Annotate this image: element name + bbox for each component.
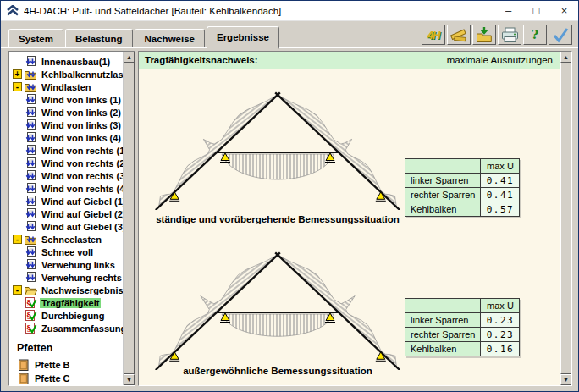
tree-item-wind-von-rechts-2[interactable]: Wind von rechts (2) (11, 157, 123, 169)
diagram-caption: außergewöhnliche Bemessungssituation (151, 366, 405, 376)
tree-item-wind-von-links-4[interactable]: Wind von links (4) (11, 131, 123, 144)
results-subtitle: maximale Ausnutzungen (447, 55, 553, 65)
tab-nachweise[interactable]: Nachweise (135, 29, 205, 47)
loadcase-icon (24, 221, 38, 233)
tree-item-wind-von-rechts-4[interactable]: Wind von rechts (4) (11, 182, 123, 195)
tree-item-label: Wind auf Giebel (3) (40, 222, 123, 232)
utilization-table-accidental: max Ulinker Sparren0.23rechter Sparren0.… (405, 298, 520, 356)
tree-item-label: Zusammenfassung (40, 323, 123, 334)
help-button[interactable]: ? (523, 25, 547, 45)
table-corner-cell (405, 159, 481, 174)
table-row: rechter Sparren0.23 (405, 328, 520, 342)
tree-item-label: Schneelasten (40, 235, 103, 245)
member-label: rechter Sparren (405, 328, 481, 342)
tree-item-schnee-voll[interactable]: Schnee voll (11, 246, 123, 258)
tree-item-label: Wind von rechts (3) (40, 171, 123, 181)
expand-icon[interactable]: + (13, 69, 22, 79)
tree-item-wind-von-rechts-3[interactable]: Wind von rechts (3) (11, 169, 123, 182)
tree-scrollbar[interactable]: ▲ ▼ (123, 52, 135, 385)
tree-item-label: Tragfähigkeit (40, 298, 101, 308)
scrollbar-thumb[interactable] (124, 63, 135, 374)
tree-item-nachweisergebnisse[interactable]: -Nachweisergebnisse (11, 284, 123, 296)
tree-item-pfette-c[interactable]: Pfette C (11, 372, 123, 385)
tree-item-durchbiegung[interactable]: §Durchbiegung (11, 309, 123, 322)
section-persistent-situation: ständige und vorübergehende Bemessungssi… (139, 69, 560, 228)
tree-item-wind-von-links-3[interactable]: Wind von links (3) (11, 119, 123, 131)
tree-item-verwehung-links[interactable]: Verwehung links (11, 258, 123, 271)
tree-item-wind-von-links-2[interactable]: Wind von links (2) (11, 106, 123, 119)
loadgroup-folder-icon (24, 234, 38, 246)
confirm-button[interactable] (549, 25, 572, 45)
loadcase-icon (24, 157, 38, 169)
scroll-up-icon[interactable]: ▲ (560, 52, 571, 63)
truss-diagram-persistent (151, 81, 405, 210)
tab-ergebnisse[interactable]: Ergebnisse (207, 26, 279, 49)
svg-text:§: § (27, 311, 31, 320)
collapse-icon[interactable]: - (13, 285, 22, 295)
tree-item-zusammenfassung[interactable]: §Zusammenfassung (11, 322, 123, 334)
tree-item-label: Windlasten (40, 82, 93, 92)
maximize-button[interactable]: □ (522, 1, 550, 20)
tree-item-kehlbalkennutzlast[interactable]: +Kehlbalkennutzlast (11, 68, 123, 80)
app-area: System Belastung Nachweise Ergebnisse 4H (1, 21, 578, 391)
logo-4h-button[interactable]: 4H (422, 25, 445, 45)
table-row: Kehlbalken0.57 (405, 202, 520, 217)
tree-item-tragfaehigkeit[interactable]: §Tragfähigkeit (11, 296, 123, 309)
tree-item-verwehung-rechts[interactable]: Verwehung rechts (11, 271, 123, 284)
scrollbar-thumb[interactable] (560, 63, 571, 374)
close-button[interactable]: × (550, 1, 578, 20)
tree-item-schneelasten[interactable]: -Schneelasten (11, 233, 123, 246)
tree-item-wind-auf-giebel-3[interactable]: Wind auf Giebel (3) (11, 220, 123, 233)
results-body: ständige und vorübergehende Bemessungssi… (139, 69, 560, 385)
table-row: Kehlbalken0.16 (405, 342, 520, 356)
member-label: rechter Sparren (405, 188, 481, 202)
save-button[interactable] (472, 25, 496, 45)
utilization-value: 0.23 (481, 313, 520, 328)
tree-item-label: Wind von links (2) (40, 108, 123, 118)
utilization-table-persistent: max Ulinker Sparren0.41rechter Sparren0.… (405, 158, 520, 217)
tree-item-label: Wind von rechts (4) (40, 184, 123, 194)
tree-item-innenausbau-1[interactable]: Innenausbau(1) (11, 55, 123, 68)
utilization-value: 0.41 (481, 188, 520, 202)
svg-text:§: § (27, 298, 31, 307)
loadcase-icon (24, 259, 38, 271)
scroll-up-icon[interactable]: ▲ (124, 52, 135, 63)
results-panel: Tragfähigkeitsnachweis: maximale Ausnutz… (138, 51, 572, 386)
verification-icon: § (24, 297, 38, 309)
loadcase-icon (24, 196, 38, 207)
timber-icon (449, 26, 469, 43)
pfette-icon (17, 359, 31, 372)
tree-item-label: Schnee voll (40, 247, 95, 257)
tree-item-wind-von-rechts-1[interactable]: Wind von rechts (1) (11, 144, 123, 157)
scroll-down-icon[interactable]: ▼ (560, 374, 571, 385)
member-label: linker Sparren (405, 313, 481, 328)
loadcase-icon (24, 246, 38, 258)
member-label: Kehlbalken (405, 342, 481, 356)
tree-item-label: Pfette C (33, 373, 72, 384)
tree-item-wind-auf-giebel-1[interactable]: Wind auf Giebel (1) (11, 195, 123, 207)
results-folder-icon (24, 284, 38, 296)
timber-button[interactable] (447, 25, 471, 45)
tree-item-label: Wind von rechts (2) (40, 158, 123, 168)
tree-item-wind-von-links-1[interactable]: Wind von links (1) (11, 93, 123, 106)
tree-item-wind-auf-giebel-2[interactable]: Wind auf Giebel (2) (11, 207, 123, 220)
minimize-button[interactable]: – (494, 1, 522, 20)
print-button[interactable] (498, 25, 521, 45)
loadgroup-folder-icon (24, 69, 38, 80)
collapse-icon[interactable]: - (13, 82, 22, 91)
scroll-down-icon[interactable]: ▼ (124, 374, 135, 385)
results-title: Tragfähigkeitsnachweis: (145, 55, 258, 65)
svg-text:§: § (27, 323, 31, 333)
utilization-value: 0.41 (481, 174, 520, 188)
loadcase-icon (24, 119, 38, 131)
tree-item-pfette-b[interactable]: Pfette B (11, 358, 123, 372)
tree-item-label: Pfette B (33, 360, 72, 370)
collapse-icon[interactable]: - (13, 235, 22, 244)
results-scrollbar[interactable]: ▲ ▼ (560, 52, 571, 385)
toolbar: 4H (422, 25, 572, 45)
logo-4h-icon: 4H (427, 29, 440, 41)
tab-belastung[interactable]: Belastung (65, 29, 133, 47)
tree-item-windlasten[interactable]: -Windlasten (11, 80, 123, 93)
tab-system[interactable]: System (8, 29, 63, 47)
app-roof-icon (7, 5, 19, 16)
